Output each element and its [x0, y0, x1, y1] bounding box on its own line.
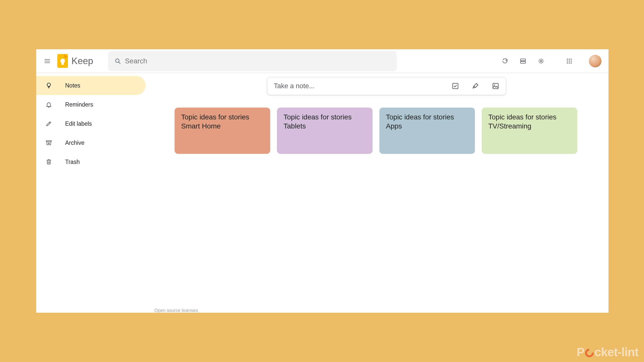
logo-area[interactable]: Keep: [57, 54, 93, 68]
main-area: Take a note... Topic ideas for stories S…: [159, 73, 609, 313]
note-title-line: Topic ideas for stories: [181, 113, 264, 122]
watermark-text: P: [577, 345, 584, 359]
svg-point-9: [569, 60, 570, 61]
svg-point-4: [540, 60, 542, 62]
image-icon: [492, 82, 499, 90]
header: Keep: [36, 49, 609, 73]
note-title-line: Smart Home: [181, 122, 264, 131]
sidebar-item-label: Edit labels: [65, 120, 92, 127]
gear-icon: [538, 58, 544, 64]
sidebar-item-label: Archive: [65, 140, 85, 146]
svg-point-5: [567, 59, 568, 60]
bell-icon: [44, 101, 54, 108]
sidebar: Notes Reminders Edit labels Archive: [36, 73, 159, 313]
new-list-button[interactable]: [448, 79, 463, 93]
sidebar-item-reminders[interactable]: Reminders: [36, 95, 146, 114]
refresh-button[interactable]: [499, 55, 511, 67]
sidebar-item-label: Notes: [65, 82, 80, 89]
svg-line-1: [119, 62, 120, 63]
checkbox-icon: [452, 82, 459, 90]
sidebar-item-label: Trash: [65, 159, 80, 165]
new-drawing-button[interactable]: [468, 79, 483, 93]
svg-point-13: [571, 62, 572, 63]
search-bar[interactable]: [108, 51, 397, 71]
note-title-line: Apps: [386, 122, 468, 131]
keep-logo-icon: [57, 54, 68, 68]
note-title-line: Topic ideas for stories: [284, 113, 366, 122]
note-title-line: Tablets: [284, 122, 366, 131]
open-source-link[interactable]: Open source licenses: [154, 308, 198, 313]
svg-point-11: [567, 62, 568, 63]
search-input[interactable]: [125, 57, 394, 65]
svg-rect-2: [520, 59, 526, 61]
watermark-o-icon: [583, 347, 595, 359]
note-title-line: Topic ideas for stories: [488, 113, 571, 122]
archive-icon: [44, 140, 54, 146]
search-icon: [114, 58, 121, 64]
svg-point-8: [567, 60, 568, 61]
sidebar-item-edit-labels[interactable]: Edit labels: [36, 114, 146, 133]
brush-icon: [472, 82, 479, 90]
svg-point-10: [571, 60, 572, 61]
search-button[interactable]: [111, 54, 125, 68]
refresh-icon: [502, 58, 508, 64]
svg-rect-14: [46, 141, 51, 142]
sidebar-item-trash[interactable]: Trash: [36, 152, 146, 171]
main-menu-button[interactable]: [41, 55, 53, 67]
svg-rect-16: [493, 83, 498, 88]
svg-point-7: [571, 59, 572, 60]
new-image-note-button[interactable]: [488, 79, 503, 93]
note-card[interactable]: Topic ideas for stories Smart Home: [175, 108, 270, 154]
app-window: Keep: [36, 49, 609, 313]
take-note-placeholder: Take a note...: [274, 82, 442, 90]
svg-point-17: [494, 84, 495, 85]
trash-icon: [44, 159, 54, 165]
google-apps-button[interactable]: [563, 55, 575, 67]
list-view-icon: [520, 58, 526, 64]
view-toggle-button[interactable]: [517, 55, 529, 67]
body: Notes Reminders Edit labels Archive: [36, 73, 609, 313]
svg-point-6: [569, 59, 570, 60]
notes-grid: Topic ideas for stories Smart Home Topic…: [175, 108, 598, 154]
watermark: P cket-lint: [577, 345, 638, 359]
take-note-input[interactable]: Take a note...: [267, 77, 506, 95]
apps-grid-icon: [566, 58, 573, 64]
svg-point-12: [569, 62, 570, 63]
note-title-line: TV/Streaming: [488, 122, 571, 131]
sidebar-item-label: Reminders: [65, 101, 93, 108]
note-card[interactable]: Topic ideas for stories Tablets: [277, 108, 373, 154]
app-title: Keep: [71, 56, 93, 66]
account-avatar[interactable]: [589, 55, 601, 67]
settings-button[interactable]: [535, 55, 547, 67]
hamburger-icon: [44, 58, 51, 64]
svg-rect-15: [453, 83, 458, 88]
svg-rect-3: [520, 61, 526, 63]
watermark-text: cket-lint: [594, 345, 638, 359]
note-card[interactable]: Topic ideas for stories Apps: [379, 108, 475, 154]
header-actions: [499, 55, 601, 67]
sidebar-item-notes[interactable]: Notes: [36, 76, 146, 95]
note-card[interactable]: Topic ideas for stories TV/Streaming: [482, 108, 577, 154]
sidebar-item-archive[interactable]: Archive: [36, 133, 146, 152]
note-title-line: Topic ideas for stories: [386, 113, 468, 122]
lightbulb-icon: [44, 82, 54, 89]
pencil-icon: [44, 120, 54, 127]
